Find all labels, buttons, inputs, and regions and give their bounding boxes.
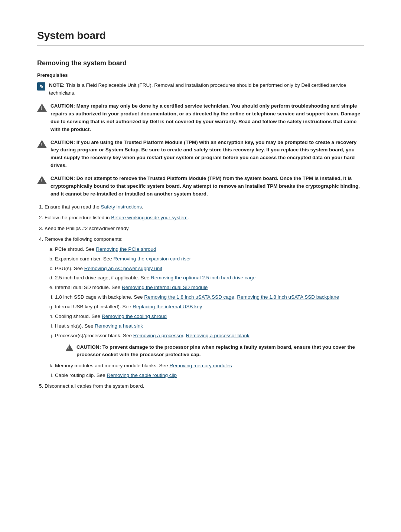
caution3-body: Do not attempt to remove the Trusted Pla… bbox=[50, 175, 360, 197]
caution3-text: CAUTION: Do not attempt to remove the Tr… bbox=[50, 175, 364, 198]
caution2-icon bbox=[37, 139, 47, 148]
page-title: System board bbox=[37, 30, 364, 46]
caution3-label: CAUTION: bbox=[50, 175, 76, 181]
sub-step-f: 1.8 inch SSD cage with backplane. See Re… bbox=[55, 293, 364, 301]
caution1-text: CAUTION: Many repairs may only be done b… bbox=[50, 102, 364, 134]
caution1-block: CAUTION: Many repairs may only be done b… bbox=[37, 102, 364, 134]
step-5: Disconnect all cables from the system bo… bbox=[45, 382, 364, 390]
caution2-block: CAUTION: If you are using the Trusted Pl… bbox=[37, 139, 364, 170]
caution3-block: CAUTION: Do not attempt to remove the Tr… bbox=[37, 175, 364, 198]
note-icon: ✎ bbox=[37, 82, 45, 91]
processor-link[interactable]: Removing a processor bbox=[133, 333, 183, 338]
step-4: Remove the following components: PCIe sh… bbox=[45, 236, 364, 380]
pcie-shroud-link[interactable]: Removing the PCIe shroud bbox=[96, 246, 156, 252]
caution2-body: If you are using the Trusted Platform Mo… bbox=[50, 139, 356, 168]
step-2: Follow the procedure listed in Before wo… bbox=[45, 214, 364, 222]
sub-step-i: Heat sink(s). See Removing a heat sink bbox=[55, 322, 364, 330]
ssd-cage-link[interactable]: Removing the 1.8 inch uSATA SSD cage bbox=[144, 294, 234, 300]
inline-caution-icon bbox=[65, 344, 74, 351]
cooling-shroud-link[interactable]: Removing the cooling shroud bbox=[102, 313, 167, 319]
safety-instructions-link[interactable]: Safety instructions bbox=[101, 204, 142, 210]
inline-caution-block: CAUTION: To prevent damage to the proces… bbox=[65, 344, 364, 359]
before-working-link[interactable]: Before working inside your system bbox=[111, 215, 188, 220]
sub-step-b: Expansion card riser. See Removing the e… bbox=[55, 255, 364, 263]
section-title: Removing the system board bbox=[37, 59, 364, 67]
ssd-backplane-link[interactable]: Removing the 1.8 inch uSATA SSD backplan… bbox=[237, 294, 339, 300]
note-label: NOTE: bbox=[49, 82, 65, 88]
sub-step-d: 2.5 inch hard drive cage, if applicable.… bbox=[55, 274, 364, 282]
sub-step-j: Processor(s)/processor blank. See Removi… bbox=[55, 332, 364, 358]
caution1-label: CAUTION: bbox=[50, 103, 76, 109]
caution2-text: CAUTION: If you are using the Trusted Pl… bbox=[50, 139, 364, 170]
caution1-icon bbox=[37, 103, 47, 112]
caution3-icon bbox=[37, 175, 47, 184]
sub-steps-list: PCIe shroud. See Removing the PCIe shrou… bbox=[55, 246, 364, 380]
hdd-cage-link[interactable]: Removing the optional 2.5 inch hard driv… bbox=[151, 275, 255, 280]
cable-routing-link[interactable]: Removing the cable routing clip bbox=[107, 372, 177, 378]
sd-module-link[interactable]: Removing the internal dual SD module bbox=[122, 285, 208, 290]
prerequisites-label: Prerequisites bbox=[37, 72, 364, 78]
sub-step-a: PCIe shroud. See Removing the PCIe shrou… bbox=[55, 246, 364, 253]
sub-step-g: Internal USB key (if installed). See Rep… bbox=[55, 303, 364, 311]
step-1: Ensure that you read the Safety instruct… bbox=[45, 203, 364, 211]
sub-step-e: Internal dual SD module. See Removing th… bbox=[55, 284, 364, 292]
sub-step-c: PSU(s). See Removing an AC power supply … bbox=[55, 265, 364, 273]
note-block: ✎ NOTE: This is a Field Replaceable Unit… bbox=[37, 82, 364, 97]
caution2-label: CAUTION: bbox=[50, 139, 76, 145]
psu-link[interactable]: Removing an AC power supply unit bbox=[84, 266, 162, 271]
heat-sink-link[interactable]: Removing a heat sink bbox=[95, 323, 143, 329]
sub-step-h: Cooling shroud. See Removing the cooling… bbox=[55, 313, 364, 321]
note-body: This is a Field Replaceable Unit (FRU). … bbox=[49, 82, 346, 96]
inline-caution-text: CAUTION: To prevent damage to the proces… bbox=[76, 344, 364, 359]
caution1-body: Many repairs may only be done by a certi… bbox=[50, 103, 360, 132]
step-3: Keep the Philips #2 screwdriver ready. bbox=[45, 225, 364, 233]
processor-blank-link[interactable]: Removing a processor blank bbox=[186, 333, 250, 338]
note-text: NOTE: This is a Field Replaceable Unit (… bbox=[49, 82, 364, 97]
sub-step-l: Cable routing clip. See Removing the cab… bbox=[55, 372, 364, 380]
steps-list: Ensure that you read the Safety instruct… bbox=[45, 203, 364, 390]
expansion-card-link[interactable]: Removing the expansion card riser bbox=[114, 256, 191, 262]
memory-modules-link[interactable]: Removing memory modules bbox=[169, 363, 232, 368]
sub-step-k: Memory modules and memory module blanks.… bbox=[55, 362, 364, 370]
usb-key-link[interactable]: Replacing the internal USB key bbox=[133, 304, 202, 309]
